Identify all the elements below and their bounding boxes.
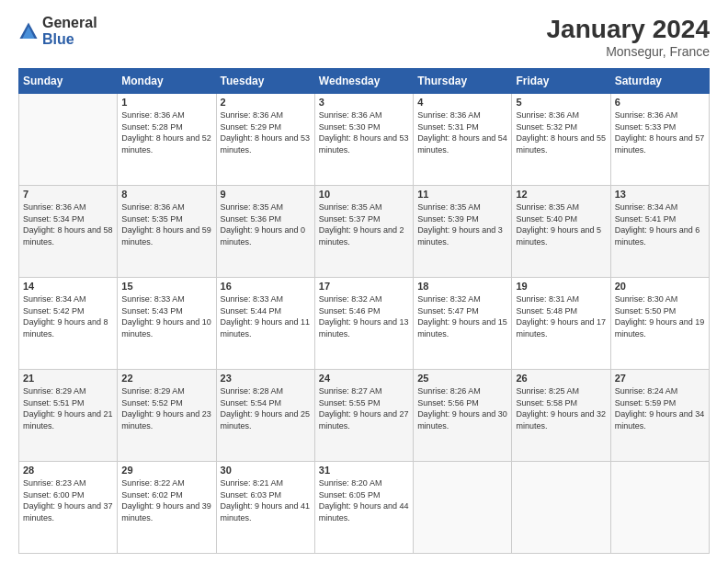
calendar-week-row: 7Sunrise: 8:36 AMSunset: 5:34 PMDaylight… [19, 186, 710, 278]
calendar-day-cell: 20Sunrise: 8:30 AMSunset: 5:50 PMDayligh… [610, 278, 709, 370]
day-info: Sunrise: 8:24 AMSunset: 5:59 PMDaylight:… [615, 385, 705, 431]
day-number: 31 [319, 465, 409, 476]
calendar-header-row: SundayMondayTuesdayWednesdayThursdayFrid… [19, 69, 710, 94]
calendar-day-cell: 15Sunrise: 8:33 AMSunset: 5:43 PMDayligh… [118, 278, 216, 370]
day-info: Sunrise: 8:34 AMSunset: 5:41 PMDaylight:… [615, 201, 705, 247]
calendar-day-cell: 13Sunrise: 8:34 AMSunset: 5:41 PMDayligh… [610, 186, 709, 278]
calendar-day-cell: 10Sunrise: 8:35 AMSunset: 5:37 PMDayligh… [314, 186, 413, 278]
day-number: 20 [615, 281, 705, 292]
header: General Blue January 2024 Monsegur, Fran… [18, 15, 710, 59]
day-number: 30 [221, 465, 311, 476]
day-number: 8 [121, 189, 211, 200]
calendar-day-cell: 12Sunrise: 8:35 AMSunset: 5:40 PMDayligh… [512, 186, 610, 278]
calendar-day-cell: 11Sunrise: 8:35 AMSunset: 5:39 PMDayligh… [414, 186, 512, 278]
calendar-day-cell: 25Sunrise: 8:26 AMSunset: 5:56 PMDayligh… [414, 370, 512, 462]
day-number: 17 [319, 281, 409, 292]
day-number: 23 [221, 373, 311, 384]
day-number: 25 [417, 373, 507, 384]
calendar-day-cell: 2Sunrise: 8:36 AMSunset: 5:29 PMDaylight… [216, 94, 314, 186]
day-info: Sunrise: 8:32 AMSunset: 5:47 PMDaylight:… [417, 293, 507, 339]
day-number: 10 [319, 189, 409, 200]
logo-blue: Blue [42, 31, 97, 48]
calendar-day-cell: 3Sunrise: 8:36 AMSunset: 5:30 PMDaylight… [314, 94, 413, 186]
day-info: Sunrise: 8:35 AMSunset: 5:39 PMDaylight:… [417, 201, 507, 247]
day-info: Sunrise: 8:32 AMSunset: 5:46 PMDaylight:… [319, 293, 409, 339]
day-info: Sunrise: 8:36 AMSunset: 5:30 PMDaylight:… [319, 109, 409, 155]
day-number: 13 [615, 189, 705, 200]
calendar-day-header: Wednesday [314, 69, 413, 94]
calendar-day-cell: 5Sunrise: 8:36 AMSunset: 5:32 PMDaylight… [512, 94, 610, 186]
day-info: Sunrise: 8:36 AMSunset: 5:35 PMDaylight:… [121, 201, 211, 247]
calendar-day-cell: 6Sunrise: 8:36 AMSunset: 5:33 PMDaylight… [610, 94, 709, 186]
calendar-day-header: Sunday [19, 69, 118, 94]
calendar-day-cell: 21Sunrise: 8:29 AMSunset: 5:51 PMDayligh… [19, 370, 118, 462]
logo-icon [18, 21, 39, 41]
day-info: Sunrise: 8:33 AMSunset: 5:44 PMDaylight:… [221, 293, 311, 339]
calendar-day-cell: 14Sunrise: 8:34 AMSunset: 5:42 PMDayligh… [19, 278, 118, 370]
day-info: Sunrise: 8:36 AMSunset: 5:34 PMDaylight:… [23, 201, 113, 247]
day-info: Sunrise: 8:29 AMSunset: 5:51 PMDaylight:… [23, 385, 113, 431]
calendar-week-row: 1Sunrise: 8:36 AMSunset: 5:28 PMDaylight… [19, 94, 710, 186]
day-number: 7 [23, 189, 113, 200]
calendar-day-header: Thursday [414, 69, 512, 94]
day-number: 9 [221, 189, 311, 200]
day-number: 2 [221, 97, 311, 108]
day-info: Sunrise: 8:36 AMSunset: 5:33 PMDaylight:… [615, 109, 705, 155]
title-section: January 2024 Monsegur, France [547, 15, 710, 59]
day-number: 19 [516, 281, 606, 292]
calendar-day-cell [19, 94, 118, 186]
calendar-day-cell [610, 462, 709, 554]
day-info: Sunrise: 8:35 AMSunset: 5:40 PMDaylight:… [516, 201, 606, 247]
calendar-day-cell: 18Sunrise: 8:32 AMSunset: 5:47 PMDayligh… [414, 278, 512, 370]
day-number: 28 [23, 465, 113, 476]
day-info: Sunrise: 8:36 AMSunset: 5:28 PMDaylight:… [121, 109, 211, 155]
logo-text: General Blue [42, 15, 97, 47]
calendar-day-header: Tuesday [216, 69, 314, 94]
calendar-day-cell: 31Sunrise: 8:20 AMSunset: 6:05 PMDayligh… [314, 462, 413, 554]
day-info: Sunrise: 8:36 AMSunset: 5:31 PMDaylight:… [417, 109, 507, 155]
day-info: Sunrise: 8:29 AMSunset: 5:52 PMDaylight:… [121, 385, 211, 431]
logo-general: General [42, 15, 97, 31]
day-info: Sunrise: 8:36 AMSunset: 5:29 PMDaylight:… [221, 109, 311, 155]
day-info: Sunrise: 8:20 AMSunset: 6:05 PMDaylight:… [319, 477, 409, 523]
calendar-day-cell: 23Sunrise: 8:28 AMSunset: 5:54 PMDayligh… [216, 370, 314, 462]
calendar-day-cell: 24Sunrise: 8:27 AMSunset: 5:55 PMDayligh… [314, 370, 413, 462]
calendar-day-cell: 22Sunrise: 8:29 AMSunset: 5:52 PMDayligh… [118, 370, 216, 462]
day-number: 24 [319, 373, 409, 384]
calendar-day-cell: 17Sunrise: 8:32 AMSunset: 5:46 PMDayligh… [314, 278, 413, 370]
calendar-day-cell: 28Sunrise: 8:23 AMSunset: 6:00 PMDayligh… [19, 462, 118, 554]
day-info: Sunrise: 8:23 AMSunset: 6:00 PMDaylight:… [23, 477, 113, 523]
logo: General Blue [18, 15, 97, 47]
day-info: Sunrise: 8:36 AMSunset: 5:32 PMDaylight:… [516, 109, 606, 155]
calendar-day-header: Friday [512, 69, 610, 94]
calendar-day-cell: 9Sunrise: 8:35 AMSunset: 5:36 PMDaylight… [216, 186, 314, 278]
day-info: Sunrise: 8:34 AMSunset: 5:42 PMDaylight:… [23, 293, 113, 339]
page: General Blue January 2024 Monsegur, Fran… [0, 0, 728, 563]
day-info: Sunrise: 8:27 AMSunset: 5:55 PMDaylight:… [319, 385, 409, 431]
day-number: 21 [23, 373, 113, 384]
calendar-day-cell: 19Sunrise: 8:31 AMSunset: 5:48 PMDayligh… [512, 278, 610, 370]
calendar-table: SundayMondayTuesdayWednesdayThursdayFrid… [18, 68, 710, 554]
day-info: Sunrise: 8:28 AMSunset: 5:54 PMDaylight:… [221, 385, 311, 431]
day-number: 6 [615, 97, 705, 108]
day-number: 26 [516, 373, 606, 384]
day-info: Sunrise: 8:31 AMSunset: 5:48 PMDaylight:… [516, 293, 606, 339]
main-title: January 2024 [547, 15, 710, 44]
calendar-day-header: Saturday [610, 69, 709, 94]
calendar-day-cell: 30Sunrise: 8:21 AMSunset: 6:03 PMDayligh… [216, 462, 314, 554]
day-number: 18 [417, 281, 507, 292]
day-number: 22 [121, 373, 211, 384]
calendar-day-cell: 1Sunrise: 8:36 AMSunset: 5:28 PMDaylight… [118, 94, 216, 186]
calendar-day-cell: 16Sunrise: 8:33 AMSunset: 5:44 PMDayligh… [216, 278, 314, 370]
day-number: 11 [417, 189, 507, 200]
day-info: Sunrise: 8:26 AMSunset: 5:56 PMDaylight:… [417, 385, 507, 431]
day-number: 14 [23, 281, 113, 292]
day-info: Sunrise: 8:25 AMSunset: 5:58 PMDaylight:… [516, 385, 606, 431]
calendar-day-cell: 4Sunrise: 8:36 AMSunset: 5:31 PMDaylight… [414, 94, 512, 186]
day-number: 27 [615, 373, 705, 384]
calendar-day-cell [512, 462, 610, 554]
sub-title: Monsegur, France [547, 44, 710, 59]
calendar-week-row: 21Sunrise: 8:29 AMSunset: 5:51 PMDayligh… [19, 370, 710, 462]
day-number: 29 [121, 465, 211, 476]
calendar-day-cell: 26Sunrise: 8:25 AMSunset: 5:58 PMDayligh… [512, 370, 610, 462]
